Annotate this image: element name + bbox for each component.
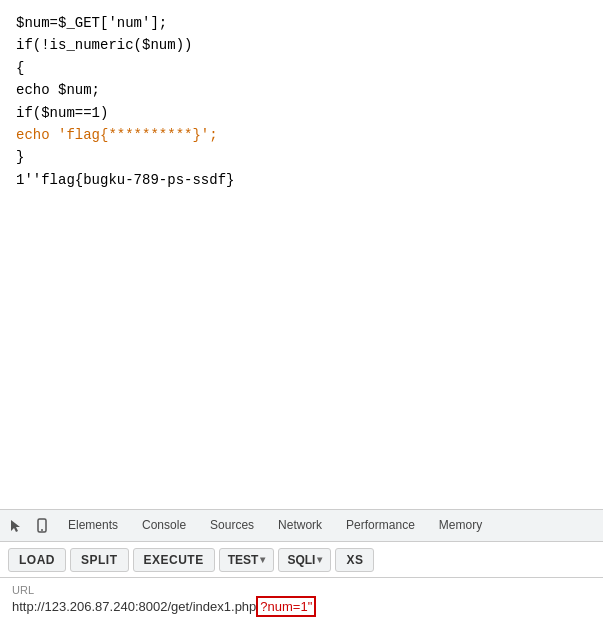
- tab-performance[interactable]: Performance: [334, 510, 427, 542]
- code-line-3: {: [16, 57, 587, 79]
- tab-network[interactable]: Network: [266, 510, 334, 542]
- url-label: URL: [12, 584, 591, 596]
- split-button[interactable]: SPLIT: [70, 548, 129, 572]
- test-button[interactable]: TEST ▾: [219, 548, 275, 572]
- test-dropdown-arrow: ▾: [260, 554, 265, 565]
- execute-button[interactable]: EXECUTE: [133, 548, 215, 572]
- sqli-dropdown-arrow: ▾: [317, 554, 322, 565]
- devtools-panel: Elements Console Sources Network Perform…: [0, 509, 603, 620]
- code-line-2: if(!is_numeric($num)): [16, 34, 587, 56]
- code-line-7: }: [16, 146, 587, 168]
- load-button[interactable]: LOAD: [8, 548, 66, 572]
- code-line-1: $num=$_GET['num'];: [16, 12, 587, 34]
- code-line-8: 1''flag{bugku-789-ps-ssdf}: [16, 169, 587, 191]
- toolbar-row: LOAD SPLIT EXECUTE TEST ▾ SQLI ▾ XS: [0, 542, 603, 578]
- code-line-5: if($num==1): [16, 102, 587, 124]
- devtools-tabs: Elements Console Sources Network Perform…: [0, 510, 603, 542]
- sqli-button[interactable]: SQLI ▾: [278, 548, 331, 572]
- tab-elements[interactable]: Elements: [56, 510, 130, 542]
- url-text: http://123.206.87.240:8002/get/index1.ph…: [12, 596, 316, 617]
- url-row: URL http://123.206.87.240:8002/get/index…: [0, 578, 603, 620]
- tab-sources[interactable]: Sources: [198, 510, 266, 542]
- code-line-4: echo $num;: [16, 79, 587, 101]
- tab-console[interactable]: Console: [130, 510, 198, 542]
- code-line-6: echo 'flag{**********}';: [16, 124, 587, 146]
- main-content: $num=$_GET['num']; if(!is_numeric($num))…: [0, 0, 603, 509]
- url-highlighted: ?num=1": [256, 596, 316, 617]
- tab-memory[interactable]: Memory: [427, 510, 494, 542]
- url-base: http://123.206.87.240:8002/get/index1.ph…: [12, 599, 256, 614]
- cursor-icon-btn[interactable]: [4, 514, 28, 538]
- mobile-icon-btn[interactable]: [30, 514, 54, 538]
- xs-button[interactable]: XS: [335, 548, 374, 572]
- code-block: $num=$_GET['num']; if(!is_numeric($num))…: [16, 12, 587, 191]
